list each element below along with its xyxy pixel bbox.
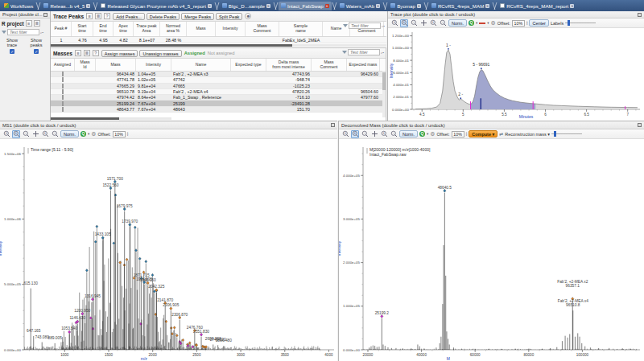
close-icon[interactable]: ✕ [325,4,329,8]
zoom-out-icon[interactable]: − [361,130,369,138]
tab-waters-mab[interactable]: Waters_mAb✕ [337,2,383,10]
help-icon[interactable]: ? [104,13,110,19]
tab-rcvrs-4reps-mam[interactable]: RCvRS_4reps_MAM✕ [429,2,492,10]
chevron-down-icon[interactable]: ▾ [476,21,477,25]
assigned-checkbox[interactable] [62,101,64,106]
norm-button[interactable]: Norm. [60,130,79,137]
column-header-mass-id[interactable]: Mass Id [75,59,96,71]
zoom-region-icon[interactable]: + [351,130,359,138]
tab-blgc-d-xample[interactable]: Blgc_D...xample✕ [220,2,273,10]
column-header-end-time[interactable]: End time [93,22,114,36]
not-assigned-filter-link[interactable]: Not assigned [208,51,235,55]
table-row[interactable]: 96434.481.04e+05Fab'2 , +2-MEA x347743.9… [51,72,386,77]
list-icon[interactable]: ≡ [86,13,93,19]
reconstruction-slider[interactable] [551,131,582,137]
table-row[interactable]: 14.764.954.828.1e+0728.48 %FabEx_IdeS_2M… [51,37,386,43]
close-icon[interactable]: ✕ [417,4,421,8]
ms1-header[interactable]: MS1 (double click to dock / undock) [0,121,337,129]
chevron-down-icon[interactable]: ▾ [487,21,489,25]
zoom-in-icon[interactable]: + [390,19,398,27]
tab-workflows[interactable]: Workflows [2,2,35,10]
quality-icon[interactable]: Q [419,131,425,137]
add-peaks-button[interactable]: Add Peaks... [113,13,145,20]
show-trace-checkbox[interactable]: ✓ [10,49,14,54]
pan-icon[interactable] [419,19,427,27]
grid-icon[interactable]: ≣ [95,13,101,19]
quality-icon[interactable]: Q [80,131,86,137]
offset-spinner[interactable]: ▴▾ [466,132,468,136]
grid-icon[interactable]: ≣ [34,20,40,27]
column-header-expected-type[interactable]: Expected type [231,59,266,71]
gear-icon[interactable]: ⚙ [491,19,496,27]
chevron-down-icon[interactable]: ▾ [427,132,428,136]
column-header-start-time[interactable]: Start time [72,22,93,36]
search-icon[interactable]: ⌕▾ [381,51,384,55]
search-icon[interactable]: ⌕▾ [382,24,385,28]
deconvolved-chart[interactable]: 200004000060000800001000000.000e+001.000… [339,139,644,361]
column-header-normed-area[interactable]: Normed area % [160,22,187,36]
search-icon[interactable]: ⌕▾ [40,31,43,35]
table-row[interactable]: 48643.777.67e+0448643151.70 [51,107,386,113]
user-icon[interactable]: ☻ [245,13,251,19]
zoom-x-icon[interactable]: + [41,130,49,138]
ms1-chart[interactable]: 10001500200025003000350040000.000e+005.0… [0,139,337,361]
close-icon[interactable]: ✕ [570,4,574,8]
column-header-trace-peak-area[interactable]: Trace peak Area [134,22,160,36]
assign-masses-button[interactable]: Assign masses [101,50,138,57]
column-header-delta-mass-from-most-intense[interactable]: Delta mass from most intense [266,59,312,71]
zoom-in-icon[interactable]: + [341,130,349,138]
list-icon[interactable]: ≡ [75,50,81,56]
zoom-region-icon[interactable]: + [12,130,20,138]
pin-icon[interactable] [43,13,47,17]
center-button[interactable]: Center [529,19,549,27]
trace-plot-header[interactable]: Trace plot (double click to dock / undoc… [388,11,644,18]
compute-button[interactable]: Compute ▾ [469,130,497,137]
column-header-mass[interactable]: Mass [187,22,216,36]
gear-icon[interactable]: ⚙ [430,130,435,137]
labels-slider[interactable] [565,20,596,26]
offset-spinner[interactable]: ▴▾ [526,21,528,25]
close-icon[interactable]: ✕ [376,4,380,8]
column-header-mass-comment[interactable]: Mass Comment [312,59,347,71]
pin-icon[interactable] [331,123,335,127]
column-header-sample-name[interactable]: Sample name [279,22,323,36]
grid-icon[interactable]: ≣ [84,50,90,56]
table-row[interactable]: 47665.299.81e+0447665-1025.23 [51,84,386,89]
masses-filter-input[interactable] [348,49,380,55]
zoom-y-icon[interactable]: − [439,19,447,27]
merge-peaks-button[interactable]: Merge Peaks [181,13,214,20]
assigned-checkbox[interactable] [62,107,64,112]
tab-released-glycan-prozyme-mab-v4-5-report[interactable]: Released Glycan Prozyme mAb v4_5_report✕ [98,2,213,10]
assigned-checkbox[interactable] [62,77,64,82]
offset-value[interactable]: 10% [113,131,126,137]
close-icon[interactable]: ✕ [86,4,90,8]
table-row[interactable]: 47741.781.02e+0547742-948.74 [51,77,386,83]
zoom-x-icon[interactable]: + [429,19,437,27]
delete-peaks-button[interactable]: Delete Peaks [147,13,180,20]
zoom-y-icon[interactable]: − [51,130,59,138]
zoom-out-icon[interactable]: − [410,19,418,27]
project-filter-input[interactable] [7,29,39,35]
offset-spinner[interactable]: ▴▾ [127,132,129,136]
h-scrollbar[interactable] [51,44,386,47]
column-header-mass-comment[interactable]: Mass Comment [246,22,279,36]
zoom-in-icon[interactable]: + [2,130,10,138]
offset-value[interactable]: 10% [452,131,464,137]
chevron-down-icon[interactable]: ▾ [88,132,89,136]
offset-value[interactable]: 10% [512,20,525,27]
help-icon[interactable]: ? [93,50,99,56]
assigned-checkbox[interactable] [62,95,64,100]
gear-icon[interactable]: ⚙ [91,130,96,137]
column-header-name[interactable]: Name [171,59,231,71]
close-icon[interactable]: ✕ [485,4,489,8]
table-row[interactable]: 25199.247.67e+0425199-23491.28 [51,101,386,106]
column-header-mass[interactable]: Mass [96,59,136,71]
quality-icon[interactable]: Q [469,20,474,26]
pin-icon[interactable] [638,13,642,17]
trace-plot-chart[interactable]: 4.555.566.570.000e+002.000e-014.000e-016… [388,28,644,120]
column-header-expected-mass[interactable]: Expected mass [347,59,380,71]
assigned-checkbox[interactable] [62,89,64,94]
unassign-masses-button[interactable]: Unassign masses [139,50,181,57]
trace-peaks-filter-input[interactable] [349,23,381,29]
table-row[interactable]: 47974.428.64e+04Fab_1_Swap , Reference-7… [51,95,386,101]
